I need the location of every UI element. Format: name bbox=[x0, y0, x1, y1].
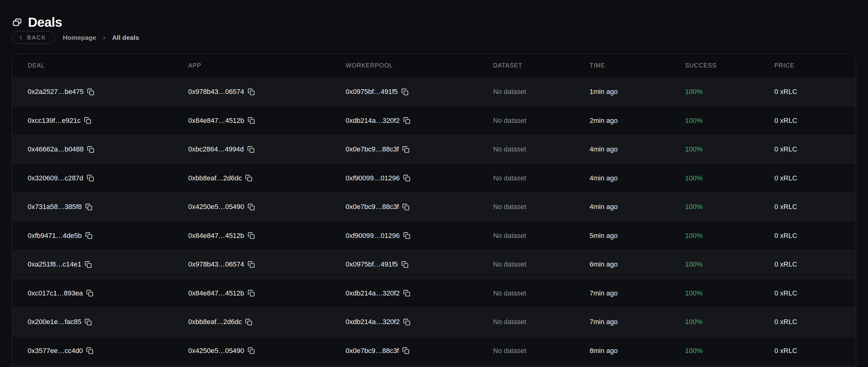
app-hash-link[interactable]: 0x978b43…06574 bbox=[188, 88, 244, 96]
app-hash-link[interactable]: 0x84e847…4512b bbox=[188, 117, 244, 125]
deal-hash-link[interactable]: 0x200e1e…fac85 bbox=[28, 318, 81, 326]
copy-icon[interactable] bbox=[402, 347, 409, 354]
app-hash-link[interactable]: 0xbc2864…4994d bbox=[188, 145, 244, 153]
cell-success: 100% bbox=[685, 289, 774, 297]
app-hash-link[interactable]: 0xbb8eaf…2d6dc bbox=[188, 174, 242, 182]
cell-price: 0 xRLC bbox=[774, 347, 856, 355]
workerpool-hash-link[interactable]: 0xdb214a…320f2 bbox=[346, 117, 400, 125]
workerpool-hash-link[interactable]: 0xf90099…01296 bbox=[346, 232, 400, 240]
cell-app: 0x84e847…4512b bbox=[188, 232, 346, 240]
cell-workerpool: 0xdb214a…320f2 bbox=[346, 289, 493, 297]
copy-icon[interactable] bbox=[85, 204, 92, 211]
partial-table-row bbox=[12, 365, 856, 367]
back-button[interactable]: BACK bbox=[12, 31, 55, 44]
workerpool-hash-link[interactable]: 0x0e7bc9…88c3f bbox=[346, 347, 399, 355]
copy-icon[interactable] bbox=[248, 232, 255, 239]
copy-icon[interactable] bbox=[401, 88, 408, 95]
cell-dataset: No dataset bbox=[493, 88, 590, 96]
cell-success: 100% bbox=[685, 174, 774, 182]
copy-icon[interactable] bbox=[85, 261, 92, 268]
chevron-left-icon bbox=[18, 35, 23, 40]
cell-time: 2min ago bbox=[590, 117, 685, 125]
cell-deal: 0x46662a…b0488 bbox=[28, 145, 188, 153]
copy-icon[interactable] bbox=[403, 117, 410, 124]
cell-price: 0 xRLC bbox=[774, 318, 856, 326]
deal-hash-link[interactable]: 0x46662a…b0488 bbox=[28, 145, 84, 153]
workerpool-hash-link[interactable]: 0x0e7bc9…88c3f bbox=[346, 203, 399, 211]
app-hash-link[interactable]: 0x4250e5…05490 bbox=[188, 347, 244, 355]
app-hash-link[interactable]: 0x84e847…4512b bbox=[188, 232, 244, 240]
workerpool-hash-link[interactable]: 0x0e7bc9…88c3f bbox=[346, 145, 399, 153]
workerpool-hash-link[interactable]: 0xdb214a…320f2 bbox=[346, 289, 400, 297]
cell-price: 0 xRLC bbox=[774, 174, 856, 182]
cell-app: 0x4250e5…05490 bbox=[188, 203, 346, 211]
copy-icon[interactable] bbox=[85, 318, 92, 326]
copy-icon[interactable] bbox=[403, 175, 410, 182]
copy-icon[interactable] bbox=[247, 146, 254, 153]
cell-time: 7min ago bbox=[590, 289, 685, 297]
cell-time: 7min ago bbox=[590, 318, 685, 326]
cell-dataset: No dataset bbox=[493, 232, 590, 240]
cell-app: 0x4250e5…05490 bbox=[188, 347, 346, 355]
cell-dataset: No dataset bbox=[493, 203, 590, 211]
cell-dataset: No dataset bbox=[493, 145, 590, 153]
workerpool-hash-link[interactable]: 0x0975bf…491f5 bbox=[346, 88, 398, 96]
app-hash-link[interactable]: 0x978b43…06574 bbox=[188, 260, 244, 268]
copy-icon[interactable] bbox=[87, 88, 94, 95]
table-header-row: DEALAPPWORKERPOOLDATASETTIMESUCCESSPRICE bbox=[12, 54, 856, 78]
table-row: 0x200e1e…fac850xbb8eaf…2d6dc0xdb214a…320… bbox=[12, 308, 856, 337]
column-header-time: TIME bbox=[590, 62, 685, 69]
column-header-success: SUCCESS bbox=[685, 62, 774, 69]
cell-success: 100% bbox=[685, 88, 774, 96]
column-header-price: PRICE bbox=[774, 62, 856, 69]
copy-icon[interactable] bbox=[248, 347, 255, 354]
copy-icon[interactable] bbox=[84, 117, 91, 124]
workerpool-hash-link[interactable]: 0x0975bf…491f5 bbox=[346, 260, 398, 268]
breadcrumb-homepage[interactable]: Homepage bbox=[63, 34, 96, 41]
table-row: 0x3577ee…cc4d00x4250e5…054900x0e7bc9…88c… bbox=[12, 336, 856, 365]
copy-icon[interactable] bbox=[248, 204, 255, 211]
deal-hash-link[interactable]: 0x731a58…385f8 bbox=[28, 203, 82, 211]
copy-icon[interactable] bbox=[86, 289, 93, 297]
deal-hash-link[interactable]: 0xc017c1…893ea bbox=[28, 289, 83, 297]
copy-icon[interactable] bbox=[245, 318, 252, 326]
cell-price: 0 xRLC bbox=[774, 117, 856, 125]
table-row: 0x320609…c287d0xbb8eaf…2d6dc0xf90099…012… bbox=[12, 163, 856, 192]
copy-icon[interactable] bbox=[248, 117, 255, 124]
deal-hash-link[interactable]: 0x320609…c287d bbox=[28, 174, 83, 182]
copy-icon[interactable] bbox=[403, 289, 410, 297]
table-row: 0xa251f8…c14e10x978b43…065740x0975bf…491… bbox=[12, 250, 856, 279]
copy-icon[interactable] bbox=[248, 289, 255, 297]
deal-hash-link[interactable]: 0xfb9471…4de5b bbox=[28, 232, 82, 240]
cell-app: 0x84e847…4512b bbox=[188, 117, 346, 125]
deal-hash-link[interactable]: 0xa251f8…c14e1 bbox=[28, 260, 81, 268]
app-hash-link[interactable]: 0x4250e5…05490 bbox=[188, 203, 244, 211]
copy-icon[interactable] bbox=[85, 232, 92, 239]
copy-icon[interactable] bbox=[87, 146, 94, 153]
cell-time: 8min ago bbox=[590, 347, 685, 355]
copy-icon[interactable] bbox=[401, 261, 408, 268]
cell-time: 1min ago bbox=[590, 88, 685, 96]
cell-app: 0x84e847…4512b bbox=[188, 289, 346, 297]
cell-workerpool: 0x0e7bc9…88c3f bbox=[346, 347, 493, 355]
copy-icon[interactable] bbox=[245, 175, 252, 182]
copy-icon[interactable] bbox=[248, 261, 255, 268]
workerpool-hash-link[interactable]: 0xdb214a…320f2 bbox=[346, 318, 400, 326]
copy-icon[interactable] bbox=[87, 175, 94, 182]
copy-icon[interactable] bbox=[402, 204, 409, 211]
copy-icon[interactable] bbox=[86, 347, 93, 354]
copy-icon[interactable] bbox=[403, 318, 410, 326]
app-hash-link[interactable]: 0x84e847…4512b bbox=[188, 289, 244, 297]
cell-success: 100% bbox=[685, 260, 774, 268]
page-header: Deals bbox=[12, 15, 62, 30]
cell-price: 0 xRLC bbox=[774, 260, 856, 268]
copy-icon[interactable] bbox=[402, 146, 409, 153]
deal-hash-link[interactable]: 0x2a2527…be475 bbox=[28, 88, 84, 96]
deal-hash-link[interactable]: 0x3577ee…cc4d0 bbox=[28, 347, 83, 355]
deal-hash-link[interactable]: 0xcc139f…e921c bbox=[28, 117, 81, 125]
copy-icon[interactable] bbox=[248, 88, 255, 95]
cell-app: 0xbb8eaf…2d6dc bbox=[188, 174, 346, 182]
workerpool-hash-link[interactable]: 0xf90099…01296 bbox=[346, 174, 400, 182]
copy-icon[interactable] bbox=[403, 232, 410, 239]
app-hash-link[interactable]: 0xbb8eaf…2d6dc bbox=[188, 318, 242, 326]
